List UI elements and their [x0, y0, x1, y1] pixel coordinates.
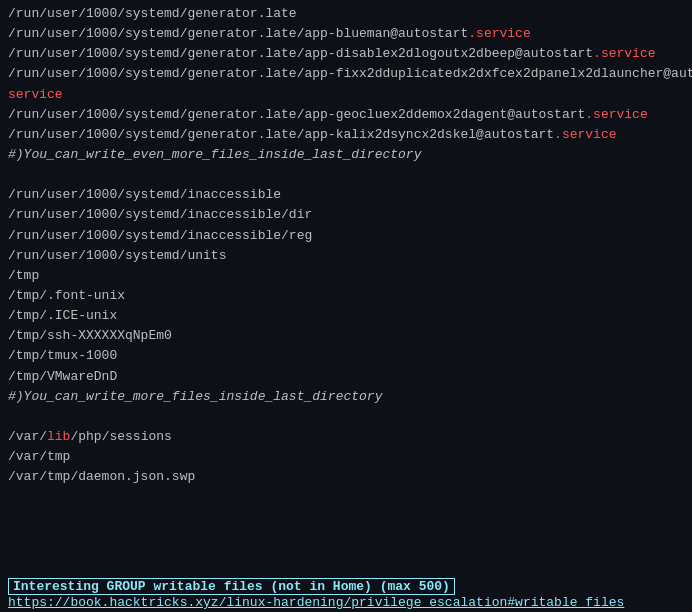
terminal: /run/user/1000/systemd/generator.late /r…	[0, 0, 692, 612]
section-header-group-writable: Interesting GROUP writable files (not in…	[8, 578, 455, 595]
line-24: /var/tmp/daemon.json.swp	[8, 467, 684, 487]
line-12: /run/user/1000/systemd/inaccessible/reg	[8, 226, 684, 246]
line-23: /var/tmp	[8, 447, 684, 467]
line-21	[8, 407, 684, 427]
line-4: /run/user/1000/systemd/generator.late/ap…	[8, 64, 684, 84]
line-18: /tmp/tmux-1000	[8, 346, 684, 366]
line-3: /run/user/1000/systemd/generator.late/ap…	[8, 44, 684, 64]
line-20: #)You_can_write_more_files_inside_last_d…	[8, 387, 684, 407]
line-16: /tmp/.ICE-unix	[8, 306, 684, 326]
line-13: /run/user/1000/systemd/units	[8, 246, 684, 266]
line-7: /run/user/1000/systemd/generator.late/ap…	[8, 125, 684, 145]
line-15: /tmp/.font-unix	[8, 286, 684, 306]
bottom-section: Interesting GROUP writable files (not in…	[0, 574, 692, 612]
line-14: /tmp	[8, 266, 684, 286]
line-9	[8, 165, 684, 185]
line-5: service	[8, 85, 684, 105]
line-19: /tmp/VMwareDnD	[8, 367, 684, 387]
line-1: /run/user/1000/systemd/generator.late	[8, 4, 684, 24]
line-6: /run/user/1000/systemd/generator.late/ap…	[8, 105, 684, 125]
line-8: #)You_can_write_even_more_files_inside_l…	[8, 145, 684, 165]
line-11: /run/user/1000/systemd/inaccessible/dir	[8, 205, 684, 225]
line-22: /var/lib/php/sessions	[8, 427, 684, 447]
hacktricks-link[interactable]: https://book.hacktricks.xyz/linux-harden…	[8, 595, 624, 610]
line-10: /run/user/1000/systemd/inaccessible	[8, 185, 684, 205]
line-17: /tmp/ssh-XXXXXXqNpEm0	[8, 326, 684, 346]
line-2: /run/user/1000/systemd/generator.late/ap…	[8, 24, 684, 44]
line-25	[8, 487, 684, 507]
